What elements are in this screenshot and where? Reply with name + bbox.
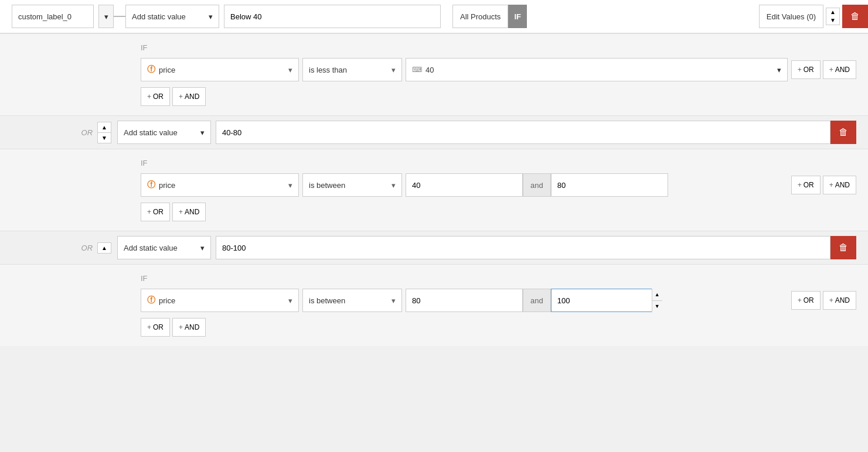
section1-or-plus: + xyxy=(798,66,802,74)
section3-value1-input[interactable] xyxy=(406,289,523,312)
section2-or-and: + OR + AND xyxy=(791,176,856,194)
section1-bottom-and-btn[interactable]: + AND xyxy=(172,87,206,106)
section2-wrapper: IF ⓕ price ▾ is between ▾ and xyxy=(0,149,868,231)
label-dropdown-arrow[interactable]: ▾ xyxy=(98,5,114,28)
connector xyxy=(114,16,125,17)
or2-left: OR ▲ xyxy=(0,242,117,254)
section3-content: IF ⓕ price ▾ is between ▾ and xyxy=(141,265,868,346)
section3-operator-arrow: ▾ xyxy=(392,296,396,305)
section2-bottom-and-btn[interactable]: + AND xyxy=(172,203,206,221)
section2-field-arrow: ▾ xyxy=(288,181,292,190)
edit-values-btn[interactable]: Edit Values (0) xyxy=(759,5,823,28)
section2-left xyxy=(0,149,141,231)
s3-bot-and-plus: + xyxy=(179,323,183,331)
section2-operator-arrow: ▾ xyxy=(392,181,396,190)
section3-bottom-or-btn[interactable]: + OR xyxy=(141,318,170,337)
section2-and-separator: and xyxy=(523,173,551,197)
page-wrapper: custom_label_0 ▾ Add static value ▾ All … xyxy=(0,0,868,452)
or2-delete-icon: 🗑 xyxy=(839,242,848,253)
section3-and-btn[interactable]: + AND xyxy=(823,291,856,310)
or2-add-static-dropdown[interactable]: Add static value ▾ xyxy=(117,236,211,259)
top-row-delete-btn[interactable]: 🗑 xyxy=(842,5,868,28)
section1-value-field[interactable]: ⌨ 40 ▾ xyxy=(406,58,788,81)
section2-value1-input[interactable] xyxy=(406,173,523,197)
section3-value2-wrapper: ▲ ▼ xyxy=(551,289,662,312)
section2-field-label: price xyxy=(159,181,175,190)
section3-spinner-up[interactable]: ▲ xyxy=(652,289,662,301)
section1-operator-label: is less than xyxy=(309,66,347,74)
or2-delete-btn[interactable]: 🗑 xyxy=(830,236,856,259)
top-row-delete-icon: 🗑 xyxy=(850,11,860,22)
section3-or-btn[interactable]: + OR xyxy=(791,291,821,310)
section2-if-label: IF xyxy=(141,159,856,167)
or1-add-static-label: Add static value xyxy=(124,128,178,137)
s2-and-plus: + xyxy=(829,181,833,189)
section1-field-arrow: ▾ xyxy=(288,66,292,74)
or1-add-static-dropdown[interactable]: Add static value ▾ xyxy=(117,121,211,144)
or1-value-input[interactable] xyxy=(216,121,830,144)
or1-down-btn[interactable]: ▼ xyxy=(98,133,111,143)
section1-operator-select[interactable]: is less than ▾ xyxy=(302,58,402,81)
or1-text: OR xyxy=(81,128,93,137)
section2-operator-select[interactable]: is between ▾ xyxy=(302,173,402,197)
s2-and-label: AND xyxy=(835,181,850,189)
dropdown-arrow-icon: ▾ xyxy=(104,12,108,21)
s2-bot-or-label: OR xyxy=(153,208,164,216)
section3-bottom-and-btn[interactable]: + AND xyxy=(172,318,206,337)
s2-bot-or-plus: + xyxy=(147,208,151,216)
s2-or-plus: + xyxy=(798,181,802,189)
section3-condition-row: ⓕ price ▾ is between ▾ and xyxy=(141,289,856,312)
section1-content: IF ⓕ price ▾ is less than ▾ ⌨ 40 ▾ xyxy=(141,34,868,115)
add-static-label: Add static value xyxy=(132,12,186,21)
section2-bottom-or-and: + OR + AND xyxy=(141,203,856,221)
section1-field-select[interactable]: ⓕ price ▾ xyxy=(141,58,299,81)
section2-bottom-or-btn[interactable]: + OR xyxy=(141,203,170,221)
row1-value-input[interactable] xyxy=(224,5,441,28)
section2-field-icon: ⓕ xyxy=(147,180,155,190)
if-badge[interactable]: IF xyxy=(508,5,527,28)
or1-up-btn[interactable]: ▲ xyxy=(98,122,111,133)
section2-value2-input[interactable] xyxy=(551,173,668,197)
section1-operator-arrow: ▾ xyxy=(392,66,396,74)
s3-bot-or-plus: + xyxy=(147,323,151,331)
or2-up-btn[interactable]: ▲ xyxy=(98,243,111,253)
or1-add-static-arrow: ▾ xyxy=(195,128,205,137)
section3-left xyxy=(0,265,141,346)
section1-left xyxy=(0,34,141,115)
section3-field-select[interactable]: ⓕ price ▾ xyxy=(141,289,299,312)
top-row-down-btn[interactable]: ▼ xyxy=(826,16,839,25)
s1-bot-or-label: OR xyxy=(153,93,164,101)
section2-field-select[interactable]: ⓕ price ▾ xyxy=(141,173,299,197)
section3-and-separator: and xyxy=(523,289,551,312)
section1-field-icon: ⓕ xyxy=(147,64,155,75)
custom-label-box[interactable]: custom_label_0 xyxy=(12,5,94,28)
section1-and-btn[interactable]: + AND xyxy=(823,60,856,79)
or2-add-static-arrow: ▾ xyxy=(195,244,205,252)
s2-bot-and-label: AND xyxy=(185,208,199,216)
section1-or-btn[interactable]: + OR xyxy=(791,60,821,79)
label-group: custom_label_0 ▾ xyxy=(6,5,114,28)
section3-value2-input[interactable] xyxy=(551,289,662,312)
or2-text: OR xyxy=(81,244,93,252)
add-static-dropdown[interactable]: Add static value ▾ xyxy=(125,5,219,28)
top-row-up-btn[interactable]: ▲ xyxy=(826,8,839,16)
section2-and-btn[interactable]: + AND xyxy=(823,176,856,194)
s3-or-plus: + xyxy=(798,296,802,304)
or2-value-input[interactable] xyxy=(216,236,830,259)
or1-delete-btn[interactable]: 🗑 xyxy=(830,121,856,144)
top-row: custom_label_0 ▾ Add static value ▾ All … xyxy=(0,0,868,33)
all-products-group: All Products IF xyxy=(452,5,527,28)
section3-operator-select[interactable]: is between ▾ xyxy=(302,289,402,312)
s1-bot-or-plus: + xyxy=(147,93,151,101)
all-products-btn[interactable]: All Products xyxy=(452,5,508,28)
section1-bottom-or-btn[interactable]: + OR xyxy=(141,87,170,106)
s3-and-label: AND xyxy=(835,296,850,304)
or2-add-static-label: Add static value xyxy=(124,244,178,252)
section3-spinner-down[interactable]: ▼ xyxy=(652,301,662,313)
section2-content: IF ⓕ price ▾ is between ▾ and xyxy=(141,149,868,231)
add-static-arrow-icon: ▾ xyxy=(203,12,213,21)
section2-or-btn[interactable]: + OR xyxy=(791,176,821,194)
section1-and-label: AND xyxy=(835,66,850,74)
section1-and-plus: + xyxy=(829,66,833,74)
or2-updown: ▲ xyxy=(97,242,111,254)
